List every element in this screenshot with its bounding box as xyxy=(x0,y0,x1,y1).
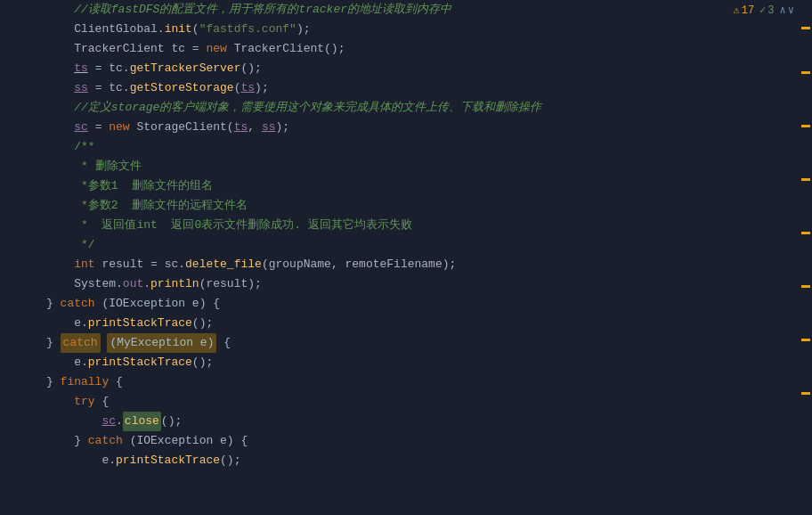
code-line: ss = tc.getStoreStorage(ts); xyxy=(43,78,800,98)
code-line: ts = tc.getTrackerServer(); xyxy=(43,59,800,78)
code-token xyxy=(46,59,74,78)
warning-indicator: ⚠ 17 xyxy=(733,4,754,17)
code-line: /** xyxy=(43,137,800,157)
code-token: ( xyxy=(234,78,241,98)
code-token: e. xyxy=(46,353,88,372)
code-token: } xyxy=(46,294,61,314)
code-token: out xyxy=(123,274,143,294)
code-token: //定义storage的客户端对象，需要使用这个对象来完成具体的文件上传、下载和… xyxy=(46,98,541,118)
code-token: TrackerClient tc = xyxy=(46,39,206,59)
code-token: (MyException e) xyxy=(107,333,216,353)
code-token: = tc. xyxy=(88,78,130,98)
code-token: (); xyxy=(220,451,240,470)
code-token: = xyxy=(88,118,109,137)
code-token: StorageClient( xyxy=(130,118,234,137)
code-token: ts xyxy=(234,118,248,137)
code-line: e.printStackTrace(); xyxy=(43,314,800,333)
ok-indicator: ✓ 3 xyxy=(759,4,774,17)
code-token: (); xyxy=(240,59,261,78)
line-numbers xyxy=(12,0,43,515)
code-line: sc.close(); xyxy=(43,412,800,431)
scrollbar-warning-marker xyxy=(801,178,810,181)
code-token: sc xyxy=(102,412,116,431)
code-token: * 返回值int 返回0表示文件删除成功. 返回其它均表示失败 xyxy=(46,216,412,235)
code-token: printStackTrace xyxy=(88,353,192,372)
code-line: //读取fastDFS的配置文件，用于将所有的tracker的地址读取到内存中 xyxy=(43,0,800,20)
code-token: } xyxy=(46,333,61,353)
code-line: } catch (IOException e) { xyxy=(43,294,800,314)
code-token: { xyxy=(109,372,123,392)
code-token: { xyxy=(95,392,110,412)
scrollbar-track[interactable]: ⚠ 17 ✓ 3 ∧ ∨ xyxy=(800,0,812,515)
nav-up-icon[interactable]: ∧ xyxy=(780,4,786,17)
code-token: TrackerClient(); xyxy=(227,39,345,59)
code-token: printStackTrace xyxy=(116,451,220,470)
code-token: delete_file xyxy=(185,255,262,274)
warning-count: 17 xyxy=(742,4,754,17)
code-token: ss xyxy=(74,78,88,98)
code-line: *参数1 删除文件的组名 xyxy=(43,176,800,196)
code-token: (groupName, remoteFilename); xyxy=(262,255,456,274)
code-token xyxy=(46,412,102,431)
code-token: *参数2 删除文件的远程文件名 xyxy=(46,196,248,216)
code-content: //读取fastDFS的配置文件，用于将所有的tracker的地址读取到内存中 … xyxy=(43,0,800,515)
code-line: try { xyxy=(43,392,800,412)
scrollbar-warning-marker xyxy=(801,232,810,234)
code-token: println xyxy=(150,274,199,294)
close-method-highlight: close xyxy=(123,412,161,431)
code-token: int xyxy=(74,255,94,274)
code-token: * 删除文件 xyxy=(46,157,142,176)
scrollbar-warning-marker xyxy=(801,27,810,29)
code-token: (result); xyxy=(199,274,262,294)
code-line: TrackerClient tc = new TrackerClient(); xyxy=(43,39,800,59)
code-line: //定义storage的客户端对象，需要使用这个对象来完成具体的文件上传、下载和… xyxy=(43,98,800,118)
code-token: (IOException e) { xyxy=(123,431,248,451)
code-token: catch xyxy=(61,294,95,314)
code-token: ts xyxy=(240,78,255,98)
code-token: { xyxy=(216,333,231,353)
code-token: /** xyxy=(46,137,95,157)
code-token: ); xyxy=(296,20,311,39)
code-token: . xyxy=(116,412,123,431)
code-token: (IOException e) { xyxy=(95,294,220,314)
nav-indicators[interactable]: ∧ ∨ xyxy=(780,4,794,17)
code-token: */ xyxy=(46,235,95,255)
scrollbar-warning-marker xyxy=(801,392,810,395)
code-line: * 删除文件 xyxy=(43,157,800,176)
code-token: printStackTrace xyxy=(88,314,192,333)
code-line: } finally { xyxy=(43,372,800,392)
code-token: new xyxy=(206,39,226,59)
code-token: //读取fastDFS的配置文件，用于将所有的tracker的地址读取到内存中 xyxy=(46,0,451,20)
code-token: init xyxy=(165,20,192,39)
code-editor: //读取fastDFS的配置文件，用于将所有的tracker的地址读取到内存中 … xyxy=(0,0,812,515)
code-token: result = sc. xyxy=(95,255,185,274)
code-token: = tc. xyxy=(88,59,130,78)
status-indicators: ⚠ 17 ✓ 3 ∧ ∨ xyxy=(733,4,794,17)
code-line: *参数2 删除文件的远程文件名 xyxy=(43,196,800,216)
code-token: ( xyxy=(192,20,199,39)
code-token: ss xyxy=(262,118,276,137)
code-token: ); xyxy=(255,78,269,98)
code-token: catch xyxy=(61,333,101,353)
code-token: ClientGlobal. xyxy=(46,20,165,39)
finally-keyword: finally xyxy=(61,372,110,392)
code-token xyxy=(46,255,74,274)
code-token: ); xyxy=(276,118,290,137)
code-line: * 返回值int 返回0表示文件删除成功. 返回其它均表示失败 xyxy=(43,216,800,235)
code-token: new xyxy=(109,118,129,137)
code-token xyxy=(46,78,74,98)
code-line: e.printStackTrace(); xyxy=(43,451,800,470)
code-token: (); xyxy=(161,412,182,431)
code-line: } catch (MyException e) { xyxy=(43,333,800,353)
scrollbar-warning-marker xyxy=(801,285,810,288)
code-line: } catch (IOException e) { xyxy=(43,431,800,451)
nav-down-icon[interactable]: ∨ xyxy=(788,4,794,17)
ok-count: 3 xyxy=(767,4,774,17)
code-token: System. xyxy=(46,274,123,294)
code-line: int result = sc.delete_file(groupName, r… xyxy=(43,255,800,274)
code-token: (); xyxy=(192,314,213,333)
code-token: *参数1 删除文件的组名 xyxy=(46,176,213,196)
code-token: ts xyxy=(74,59,88,78)
code-token: } xyxy=(46,431,88,451)
scrollbar-warning-marker xyxy=(801,71,810,74)
